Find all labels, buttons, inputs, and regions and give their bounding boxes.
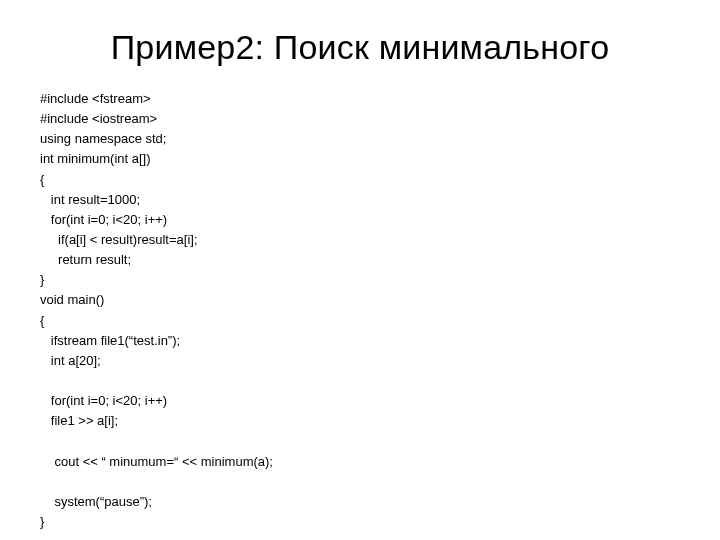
code-block: #include <fstream> #include <iostream> u… [40,89,680,532]
slide-title: Пример2: Поиск минимального [40,28,680,67]
slide: Пример2: Поиск минимального #include <fs… [0,0,720,540]
